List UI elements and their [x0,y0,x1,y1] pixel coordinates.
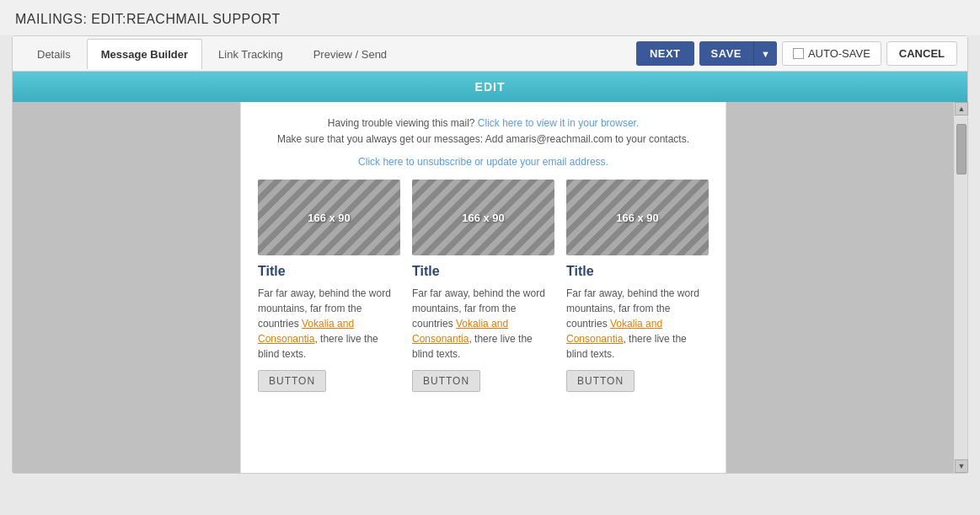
col-body-1: Far far away, behind the word mountains,… [258,286,400,362]
autosave-label: AUTO-SAVE [808,47,870,60]
column-item-3: 166 x 90 Title Far far away, behind the … [566,180,709,392]
col-body-2: Far far away, behind the word mountains,… [412,286,554,362]
col-button-1[interactable]: BUTTON [258,370,326,392]
scroll-thumb[interactable] [956,124,967,174]
page-header: MAILINGS: EDIT:REACHMAIL SUPPORT [0,0,980,35]
scroll-track[interactable] [955,115,967,459]
right-side-panel [726,102,954,473]
placeholder-image-3: 166 x 90 [566,180,709,255]
left-side-panel [13,102,240,473]
placeholder-image-1: 166 x 90 [258,180,400,255]
edit-header-label: EDIT [475,80,506,94]
next-button[interactable]: NEXT [636,41,694,66]
editor-area: EDIT Having trouble viewing this mail? C… [13,72,967,473]
autosave-checkbox [793,48,804,59]
tab-preview-send[interactable]: Preview / Send [299,39,401,69]
cancel-button[interactable]: CANCEL [886,41,957,66]
browser-view-link[interactable]: Click here to view it in your browser. [478,117,639,129]
save-dropdown-button[interactable]: ▼ [753,41,777,66]
column-item-2: 166 x 90 Title Far far away, behind the … [412,180,554,392]
tab-link-tracking[interactable]: Link Tracking [204,39,297,69]
page-title: MAILINGS: EDIT:REACHMAIL SUPPORT [15,12,965,27]
col-button-2[interactable]: BUTTON [412,370,480,392]
tab-actions: NEXT SAVE ▼ AUTO-SAVE CANCEL [636,36,957,71]
col-body-3: Far far away, behind the word mountains,… [566,286,709,362]
autosave-button[interactable]: AUTO-SAVE [782,41,881,66]
tab-details[interactable]: Details [23,39,85,69]
email-content: Having trouble viewing this mail? Click … [240,102,726,473]
main-container: Details Message Builder Link Tracking Pr… [12,35,968,474]
col-title-2: Title [412,264,554,279]
tab-bar: Details Message Builder Link Tracking Pr… [13,36,967,72]
scrollbar[interactable]: ▲ ▼ [954,102,967,473]
tab-message-builder[interactable]: Message Builder [87,39,202,69]
email-preview-wrapper: Having trouble viewing this mail? Click … [13,102,967,473]
save-button-group: SAVE ▼ [699,41,777,66]
edit-header-bar: EDIT [13,72,967,102]
unsubscribe-link[interactable]: Click here to unsubscribe or update your… [258,156,709,180]
header-static-text: Having trouble viewing this mail? [328,117,475,129]
col-title-3: Title [566,264,709,279]
column-item-1: 166 x 90 Title Far far away, behind the … [258,180,400,392]
scroll-down-button[interactable]: ▼ [955,459,968,473]
col-title-1: Title [258,264,400,279]
save-button[interactable]: SAVE [699,41,753,66]
email-header-text: Having trouble viewing this mail? Click … [258,102,709,156]
placeholder-image-2: 166 x 90 [412,180,554,255]
scroll-up-button[interactable]: ▲ [955,102,968,115]
col-button-3[interactable]: BUTTON [566,370,635,392]
add-contacts-text: Make sure that you always get our messag… [277,133,689,145]
three-column-section: 166 x 90 Title Far far away, behind the … [258,180,709,400]
